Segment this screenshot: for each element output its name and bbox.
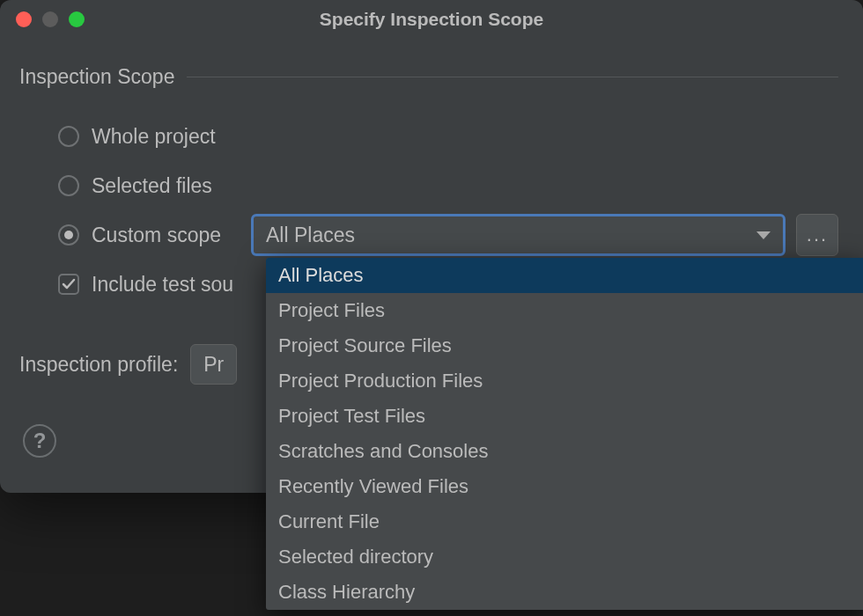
radio-row-custom-scope[interactable]: Custom scope All Places ... bbox=[58, 210, 838, 260]
dropdown-item-project-files[interactable]: Project Files bbox=[266, 293, 863, 328]
window-controls bbox=[0, 11, 85, 27]
minimize-window-button[interactable] bbox=[42, 11, 58, 27]
radio-custom-scope[interactable] bbox=[58, 224, 79, 246]
help-button[interactable]: ? bbox=[23, 424, 56, 458]
checkbox-label-include-tests: Include test sou bbox=[92, 273, 233, 297]
dropdown-item-all-places[interactable]: All Places bbox=[266, 258, 863, 293]
scope-combobox[interactable]: All Places bbox=[251, 214, 786, 256]
radio-whole-project[interactable] bbox=[58, 126, 79, 147]
maximize-window-button[interactable] bbox=[69, 11, 85, 27]
section-label: Inspection Scope bbox=[19, 65, 174, 89]
dropdown-item-current-file[interactable]: Current File bbox=[266, 504, 863, 539]
radio-label-whole-project: Whole project bbox=[92, 125, 216, 149]
dropdown-item-class-hierarchy[interactable]: Class Hierarchy bbox=[266, 575, 863, 610]
close-window-button[interactable] bbox=[16, 11, 32, 27]
radio-label-selected-files: Selected files bbox=[92, 174, 212, 198]
dialog-title: Specify Inspection Scope bbox=[0, 9, 863, 30]
dropdown-item-project-production-files[interactable]: Project Production Files bbox=[266, 363, 863, 399]
scope-dropdown-popup: All Places Project Files Project Source … bbox=[266, 258, 863, 610]
scope-combobox-value: All Places bbox=[266, 224, 355, 247]
profile-combobox[interactable]: Pr bbox=[190, 344, 237, 385]
section-header: Inspection Scope bbox=[19, 65, 838, 89]
chevron-down-icon bbox=[756, 231, 771, 239]
dropdown-item-scratches-consoles[interactable]: Scratches and Consoles bbox=[266, 434, 863, 469]
dropdown-item-project-test-files[interactable]: Project Test Files bbox=[266, 399, 863, 434]
scope-more-button[interactable]: ... bbox=[796, 214, 838, 256]
profile-combobox-value: Pr bbox=[203, 353, 224, 377]
custom-scope-controls: All Places ... bbox=[251, 214, 838, 256]
dropdown-item-selected-directory[interactable]: Selected directory bbox=[266, 539, 863, 575]
scope-radio-group: Whole project Selected files Custom scop… bbox=[19, 112, 838, 260]
radio-row-whole-project[interactable]: Whole project bbox=[58, 112, 838, 161]
dropdown-item-recently-viewed[interactable]: Recently Viewed Files bbox=[266, 469, 863, 504]
profile-label: Inspection profile: bbox=[19, 353, 178, 377]
checkbox-include-tests[interactable] bbox=[58, 274, 79, 295]
dropdown-item-project-source-files[interactable]: Project Source Files bbox=[266, 328, 863, 363]
radio-label-custom-scope: Custom scope bbox=[92, 224, 221, 247]
radio-row-selected-files[interactable]: Selected files bbox=[58, 161, 838, 210]
section-divider bbox=[187, 77, 838, 77]
check-icon bbox=[62, 277, 76, 291]
titlebar: Specify Inspection Scope bbox=[0, 0, 863, 39]
radio-selected-files[interactable] bbox=[58, 175, 79, 196]
